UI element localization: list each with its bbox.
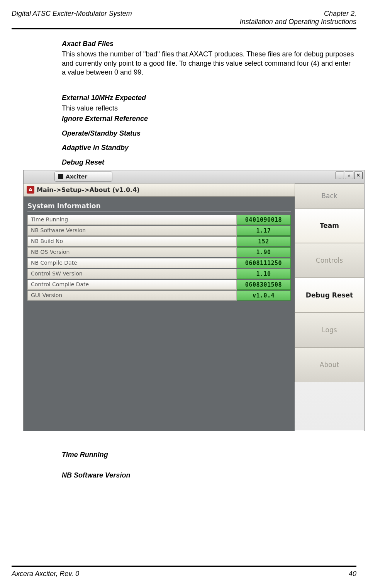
heading-debug-reset: Debug Reset	[62, 158, 356, 167]
table-row: GUI Version v1.0.4	[27, 291, 291, 301]
tab-controls[interactable]: Controls	[295, 243, 364, 278]
heading-axact-bad-files: Axact Bad Files	[62, 39, 356, 48]
breadcrumb-bar: A Main->Setup->About (v1.0.4)	[24, 184, 295, 197]
row-label: NB Software Version	[27, 226, 237, 236]
table-row: NB Build No 152	[27, 236, 291, 246]
row-value: 0608111250	[237, 258, 291, 268]
back-button[interactable]: Back	[295, 184, 364, 208]
tab-about[interactable]: About	[295, 347, 364, 382]
footer-left: Axcera Axciter, Rev. 0	[12, 570, 79, 578]
heading-operate-standby: Operate/Standby Status	[62, 129, 356, 138]
window-controls: _ ▵ ✕	[336, 172, 363, 179]
tab-team[interactable]: Team	[295, 208, 364, 243]
header-left: Digital ATSC Exciter-Modulator System	[12, 10, 132, 26]
taskbar-app-button[interactable]: Axciter	[54, 172, 112, 182]
minimize-button[interactable]: _	[336, 172, 344, 179]
app-icon	[58, 174, 63, 179]
header-right: Chapter 2, Installation and Operating In…	[240, 10, 356, 26]
row-label: Control Compile Date	[27, 280, 237, 290]
heading-nb-software-version: NB Software Version	[62, 471, 356, 480]
table-row: Control Compile Date 0608301508	[27, 280, 291, 290]
header-rule	[12, 28, 356, 29]
row-label: NB Compile Date	[27, 258, 237, 268]
table-row: Time Running 0401090018	[27, 215, 291, 225]
minimize-icon: _	[339, 172, 341, 178]
close-button[interactable]: ✕	[354, 172, 363, 179]
logo-icon: A	[27, 186, 34, 194]
table-row: Control SW Version 1.10	[27, 269, 291, 279]
row-value: 0401090018	[237, 215, 291, 225]
info-table: Time Running 0401090018 NB Software Vers…	[27, 215, 291, 301]
row-label: Time Running	[27, 215, 237, 225]
taskbar-app-label: Axciter	[66, 173, 87, 180]
row-value: v1.0.4	[237, 291, 291, 301]
tab-debug-reset[interactable]: Debug Reset	[295, 278, 364, 313]
row-label: NB OS Version	[27, 247, 237, 257]
heading-external-10mhz: External 10MHz Expected	[62, 93, 356, 102]
maximize-button[interactable]: ▵	[345, 172, 353, 179]
row-label: Control SW Version	[27, 269, 237, 279]
table-row: NB Software Version 1.17	[27, 226, 291, 236]
para-ext10-body: This value reflects	[62, 104, 356, 113]
section-title: System Information	[27, 202, 291, 212]
page-header: Digital ATSC Exciter-Modulator System Ch…	[12, 10, 356, 26]
side-panel: Back Team Controls Debug Reset Logs Abou…	[295, 184, 364, 431]
tab-logs[interactable]: Logs	[295, 313, 364, 347]
row-value: 0608301508	[237, 280, 291, 290]
close-icon: ✕	[356, 172, 361, 178]
table-row: NB OS Version 1.90	[27, 247, 291, 257]
row-value: 1.10	[237, 269, 291, 279]
row-label: GUI Version	[27, 291, 237, 301]
row-value: 1.17	[237, 226, 291, 236]
para-axact-body: This shows the number of "bad" files tha…	[62, 50, 356, 77]
main-panel: A Main->Setup->About (v1.0.4) System Inf…	[24, 184, 295, 431]
maximize-icon: ▵	[348, 172, 351, 178]
row-value: 1.90	[237, 247, 291, 257]
heading-time-running: Time Running	[62, 450, 356, 459]
footer-right: 40	[349, 570, 356, 578]
window-titlebar: Axciter _ ▵ ✕	[24, 170, 364, 184]
row-label: NB Build No	[27, 236, 237, 246]
page-footer: Axcera Axciter, Rev. 0 40	[12, 566, 356, 578]
row-value: 152	[237, 236, 291, 246]
heading-ignore-external: Ignore External Reference	[62, 114, 356, 123]
breadcrumb-text: Main->Setup->About (v1.0.4)	[37, 186, 140, 194]
table-row: NB Compile Date 0608111250	[27, 258, 291, 268]
heading-adaptive-standby: Adaptive in Standby	[62, 143, 356, 152]
footer-rule	[12, 566, 356, 567]
app-window: Axciter _ ▵ ✕ A Main->Setup->About (v1.0…	[23, 170, 365, 431]
